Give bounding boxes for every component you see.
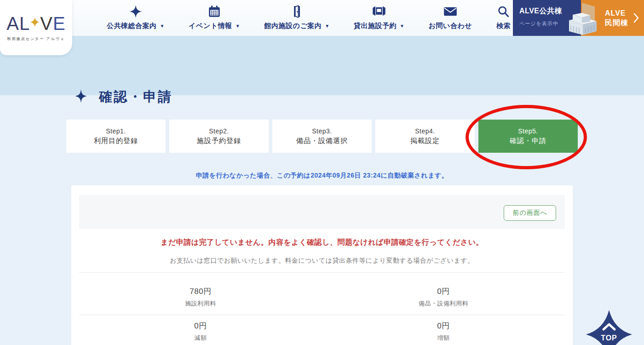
step-number: Step3. (312, 127, 332, 135)
nav-item-contact[interactable]: お問い合わせ (429, 0, 472, 36)
step-1-box: Step1. 利用目的登録 (66, 120, 166, 153)
nav-label: 公共棟総合案内 (107, 22, 157, 30)
sparkle-icon (75, 89, 87, 105)
step-label: 施設予約登録 (197, 137, 241, 145)
nav-item-events[interactable]: イベント情報 ▼ (189, 0, 240, 36)
logo-caption: 秋田拠点センター アルヴェ (7, 36, 65, 41)
step-4-box: Step4. 掲載設定 (375, 120, 475, 153)
fee-amount: 0円 (322, 286, 565, 297)
nav-item-rental-reservation[interactable]: 貸出施設予約 ▼ (354, 0, 404, 36)
fee-label: 施設利用料 (79, 299, 322, 308)
title-band: 確認・申請 (0, 36, 644, 95)
nav-label: 館内施設のご案内 (264, 22, 322, 30)
nav-label: 検索 (496, 22, 511, 30)
fee-row: 0円 減額 0円 増額 (79, 315, 565, 345)
nav-label: イベント情報 (189, 22, 232, 30)
nav-label: 貸出施設予約 (354, 22, 397, 30)
door-icon (290, 4, 303, 19)
confirmation-panel: 前の画面へ まだ申請は完了していません。内容をよく確認し、問題なければ申請確定を… (71, 185, 573, 345)
sparkle-icon: ✦ (29, 16, 41, 29)
fee-label: 備品・設備利用料 (322, 299, 565, 308)
chevron-down-icon: ▼ (400, 23, 404, 29)
private-building-link[interactable]: ALVE 民間棟 (581, 0, 644, 36)
public-building-status: ページを表示中 (519, 20, 581, 27)
nav-items: 公共棟総合案内 ▼ イベント情報 ▼ 館内施設のご案内 (107, 0, 511, 36)
auto-discard-notice: 申請を行わなかった場合、この予約は2024年09月26日 23:24に自動破棄さ… (0, 172, 644, 180)
site-switcher: ALVE公共棟 ページを表示中 ALVE 民間棟 (513, 0, 644, 36)
nav-item-search[interactable]: 検索 (496, 0, 511, 36)
fee-amount: 0円 (79, 321, 322, 331)
step-number: Step1. (106, 127, 126, 135)
public-building-tab[interactable]: ALVE公共棟 ページを表示中 (513, 0, 581, 36)
calendar-icon (208, 4, 221, 19)
step-label: 確認・申請 (510, 137, 546, 145)
fee-row: 780円 施設利用料 0円 備品・設備利用料 (79, 272, 565, 315)
step-number: Step5. (518, 127, 538, 135)
logo-wordmark: AL ✦ V E (6, 14, 65, 33)
payment-note: お支払いは窓口でお願いいたします。料金については貸出条件等により変動する場合がご… (71, 257, 573, 265)
step-label: 利用目的登録 (94, 137, 138, 145)
fee-amount: 780円 (79, 286, 322, 297)
chevron-down-icon: ▼ (236, 23, 240, 29)
chevron-down-icon: ▼ (325, 23, 329, 29)
private-building-line1: ALVE (605, 8, 628, 18)
fee-cell-equipment: 0円 備品・設備利用料 (322, 273, 565, 315)
private-building-title: ALVE 民間棟 (605, 8, 628, 28)
logo-e: E (53, 14, 66, 33)
search-icon (497, 4, 510, 19)
step-label: 掲載設定 (410, 137, 440, 145)
logo-v: V (40, 14, 53, 33)
nav-item-general-info[interactable]: 公共棟総合案内 ▼ (107, 0, 164, 36)
sparkle-icon (129, 4, 142, 19)
screen-icon (372, 4, 386, 19)
chevron-down-icon: ▼ (160, 23, 165, 29)
site-logo[interactable]: AL ✦ V E 秋田拠点センター アルヴェ (0, 0, 72, 55)
step-5-box-active: Step5. 確認・申請 (478, 120, 578, 153)
nav-label: お問い合わせ (429, 22, 472, 30)
back-to-top-button[interactable]: TOP (585, 309, 633, 345)
fee-label: 減額 (79, 334, 322, 342)
fee-cell-discount: 0円 減額 (79, 315, 322, 345)
top-button-label: TOP (585, 334, 633, 342)
step-number: Step2. (209, 127, 229, 135)
page-title: 確認・申請 (99, 88, 172, 106)
chevron-right-icon (633, 13, 639, 25)
step-label: 備品・設備選択 (296, 137, 348, 145)
step-3-box: Step3. 備品・設備選択 (272, 120, 372, 153)
logo-al: AL (6, 14, 30, 33)
page: 公共棟総合案内 ▼ イベント情報 ▼ 館内施設のご案内 (0, 0, 644, 345)
fee-table: 780円 施設利用料 0円 備品・設備利用料 0円 減額 0円 増額 (79, 272, 565, 345)
fee-cell-facility: 780円 施設利用料 (79, 273, 322, 315)
mail-icon (443, 4, 457, 19)
fee-amount: 0円 (322, 321, 565, 331)
step-number: Step4. (415, 127, 435, 135)
public-building-title: ALVE公共棟 (519, 6, 581, 16)
fee-label: 増額 (322, 334, 565, 342)
step-2-box: Step2. 施設予約登録 (169, 120, 269, 153)
nav-item-facilities-guide[interactable]: 館内施設のご案内 ▼ (264, 0, 329, 36)
fee-cell-surcharge: 0円 増額 (322, 315, 565, 345)
panel-toolbar (79, 195, 565, 229)
step-indicator: Step1. 利用目的登録 Step2. 施設予約登録 Step3. 備品・設備… (66, 120, 578, 153)
private-building-line2: 民間棟 (605, 18, 628, 28)
not-completed-warning: まだ申請は完了していません。内容をよく確認し、問題なければ申請確定を行ってくださ… (71, 238, 573, 247)
previous-screen-button[interactable]: 前の画面へ (504, 205, 556, 221)
